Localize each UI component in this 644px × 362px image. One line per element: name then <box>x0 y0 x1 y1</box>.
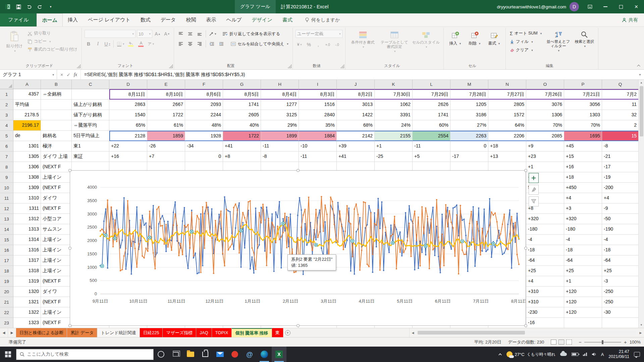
page-break-view-button[interactable] <box>566 340 572 345</box>
cell[interactable]: 上場イン <box>41 255 72 266</box>
chart-handle[interactable] <box>68 169 71 172</box>
cell[interactable]: -17 <box>450 152 488 162</box>
row-header[interactable]: 4 <box>0 120 13 131</box>
cell[interactable]: ダイワ <box>41 287 72 297</box>
cell[interactable]: (NEXT F <box>41 203 72 214</box>
row-header[interactable]: 5 <box>0 131 13 141</box>
cell[interactable]: 1316 <box>13 245 41 255</box>
cell[interactable]: +4 <box>564 193 602 203</box>
font-name-select[interactable]: ▾ <box>85 30 136 38</box>
cell[interactable]: 上場イン <box>41 245 72 255</box>
chart-styles-button[interactable] <box>529 185 539 195</box>
vertical-scroll-thumb[interactable] <box>640 86 643 136</box>
cell[interactable]: 1310 <box>13 193 41 203</box>
cell[interactable]: 上場イン <box>41 266 72 276</box>
cell[interactable]: 1305 <box>13 152 41 162</box>
onedrive-icon[interactable] <box>560 353 567 356</box>
chart[interactable]: 050010001500200025003000350040009月11日10月… <box>70 170 526 326</box>
cell[interactable]: +25 <box>564 266 602 276</box>
cell[interactable] <box>72 89 109 100</box>
file-tab[interactable]: ファイル <box>0 13 37 26</box>
cell[interactable]: 東証 <box>72 152 109 162</box>
volume-icon[interactable] <box>592 352 596 356</box>
chart-elements-button[interactable] <box>529 173 539 183</box>
cell[interactable]: 48% <box>185 120 223 131</box>
chart-handle[interactable] <box>524 324 527 327</box>
ribbon-tab[interactable]: 書式 <box>277 13 298 26</box>
cell[interactable]: 8月3日 <box>299 89 337 100</box>
row-header[interactable]: 7 <box>0 152 13 162</box>
cell[interactable]: 32 <box>602 110 638 120</box>
ime-indicator[interactable]: A <box>601 352 604 357</box>
cell[interactable] <box>41 120 72 131</box>
sheet-next-icon[interactable]: ▶ <box>8 328 16 337</box>
sheet-tab[interactable]: 東 <box>272 328 283 337</box>
cell[interactable]: 1319 <box>13 276 41 287</box>
row-header[interactable]: 2 <box>0 100 13 110</box>
cell[interactable]: +25 <box>602 266 638 276</box>
clock[interactable]: 21:47 2021/08/11 <box>608 349 629 359</box>
row-header[interactable]: 9 <box>0 172 13 183</box>
zoom-slider-thumb[interactable] <box>602 340 603 344</box>
cell[interactable]: 1741 <box>223 100 261 110</box>
increase-font-size-button[interactable]: A▲ <box>154 30 162 38</box>
task-view-button[interactable] <box>168 347 183 362</box>
cell[interactable]: 2093 <box>185 100 223 110</box>
column-header[interactable]: C <box>72 80 109 89</box>
cell[interactable]: -230 <box>526 307 564 318</box>
zoom-slider[interactable] <box>584 342 621 343</box>
cell[interactable]: +23 <box>526 152 564 162</box>
row-header[interactable]: 16 <box>0 245 13 255</box>
format-painter-button[interactable]: 書式のコピー/貼り付け <box>26 46 79 53</box>
app-red-button[interactable] <box>227 347 242 362</box>
row-header[interactable]: 22 <box>0 307 13 318</box>
cell[interactable]: +25 <box>526 266 564 276</box>
battery-icon[interactable] <box>572 353 578 356</box>
cell[interactable]: 2244 <box>185 110 223 120</box>
cell[interactable]: 1314 <box>13 235 41 245</box>
orientation-button[interactable]: ▾ <box>208 30 217 38</box>
sheet-tab[interactable]: JAQ <box>196 328 212 337</box>
cell[interactable]: 1306 <box>526 110 564 120</box>
cell[interactable]: +4 <box>602 193 638 203</box>
cell[interactable]: 2196.17 <box>13 120 41 131</box>
select-all-corner[interactable] <box>0 80 13 89</box>
borders-button[interactable]: ▾ <box>116 40 125 48</box>
cell[interactable]: -8 <box>261 152 299 162</box>
cell[interactable]: 2605 <box>223 110 261 120</box>
cell[interactable]: 1311 <box>13 203 41 214</box>
cell-styles-button[interactable]: セルのスタイル▾ <box>411 28 441 59</box>
cell[interactable]: 上場イン <box>41 235 72 245</box>
column-header[interactable]: E <box>147 80 185 89</box>
cell[interactable]: -250 <box>602 297 638 307</box>
formula-input[interactable]: =SERIES(,'個別 騰落率 推移'!$D$1:$HR$1,'個別 騰落率 … <box>81 70 636 79</box>
sheet-tab[interactable]: トレンド統計関連 <box>97 328 140 337</box>
network-icon[interactable] <box>583 353 587 356</box>
cell[interactable]: -18 <box>564 245 602 255</box>
cell[interactable]: 2263 <box>450 131 488 141</box>
insert-cells-button[interactable]: 挿入 ▾ <box>446 28 464 59</box>
cell[interactable]: 2085 <box>526 131 564 141</box>
cell[interactable]: (NEXT F <box>41 297 72 307</box>
expand-formula-bar-icon[interactable]: ▾ <box>636 70 644 79</box>
cell[interactable]: 11 <box>602 100 638 110</box>
zoom-out-icon[interactable]: − <box>579 339 582 345</box>
chart-handle[interactable] <box>297 169 300 172</box>
edge-button[interactable] <box>257 347 272 362</box>
cell[interactable]: -26 <box>147 141 185 152</box>
comma-style-button[interactable]: , <box>314 41 322 49</box>
cell[interactable]: 1322 <box>13 307 41 318</box>
cell[interactable]: -10 <box>299 141 337 152</box>
ribbon-tab[interactable]: 校閲 <box>181 13 201 26</box>
sheet-tab[interactable]: 日経225 <box>140 328 163 337</box>
cell[interactable]: -180 <box>564 224 602 235</box>
column-header[interactable]: P <box>564 80 602 89</box>
cell[interactable]: 7月29日 <box>413 89 450 100</box>
row-header[interactable]: 21 <box>0 297 13 307</box>
cell[interactable]: -11 <box>413 141 450 152</box>
app-at-button[interactable]: @ <box>242 347 257 362</box>
cell[interactable]: 3056 <box>564 100 602 110</box>
file-explorer-button[interactable] <box>183 347 198 362</box>
cell[interactable]: 1516 <box>299 100 337 110</box>
decrease-indent-button[interactable] <box>208 40 216 48</box>
